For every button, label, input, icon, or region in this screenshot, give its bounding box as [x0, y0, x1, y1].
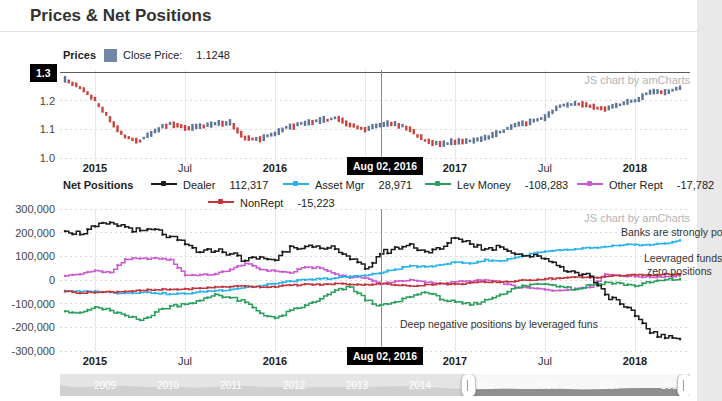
price-y-tick: 1.0: [2, 152, 55, 164]
np-y-tick: 0: [2, 274, 55, 286]
scrollbar[interactable]: 2009201020112012201320142015201620172018: [60, 374, 690, 396]
legend-item-nonrept[interactable]: NonRept-15,223: [208, 197, 335, 209]
price-cursor-value-balloon: 1.3: [30, 64, 57, 82]
legend-marker: [151, 180, 177, 189]
legend-marker: [577, 180, 603, 189]
legend-item-dealer[interactable]: Dealer112,317: [151, 179, 283, 191]
legend-label: Lev Money: [457, 179, 511, 191]
price-x-tick: Jul: [157, 162, 213, 174]
legend-value: 28,971: [379, 179, 413, 191]
amcharts-watermark-np[interactable]: JS chart by amCharts: [584, 212, 690, 224]
np-series-nonrept: [64, 273, 681, 295]
close-price-value: 1.1248: [196, 49, 230, 61]
price-y-tick: 1.1: [2, 123, 55, 135]
np-y-tick: 100,000: [2, 250, 55, 262]
scrollbar-year-label: 2009: [85, 380, 125, 391]
np-x-tick: 2016: [247, 355, 303, 367]
annotation-leveraged-line2: zero positions: [647, 265, 712, 277]
legend-marker: [425, 180, 451, 189]
price-x-tick: 2015: [67, 162, 123, 174]
legend-label: Other Rept: [609, 179, 663, 191]
price-x-tick: Jul: [517, 162, 573, 174]
legend-label: NonRept: [240, 197, 283, 209]
np-panel-label: Net Positions: [63, 179, 151, 191]
legend-value: -15,223: [297, 197, 334, 209]
page: Prices & Net Positions Prices Close Pric…: [0, 0, 722, 401]
scrollbar-right-handle[interactable]: [677, 374, 690, 396]
scrollbar-year-label: 2017: [589, 380, 629, 391]
annotation-deep-negative: Deep negative positions by leveraged fun…: [400, 318, 598, 330]
np-cursor-line: [381, 209, 382, 352]
scrollbar-year-label: 2016: [526, 380, 566, 391]
scrollbar-year-label: 2011: [211, 380, 251, 391]
scrollbar-left-handle[interactable]: [461, 374, 476, 396]
np-x-tick: 2017: [427, 355, 483, 367]
np-plot[interactable]: [60, 209, 690, 352]
divider: [0, 31, 697, 32]
page-title: Prices & Net Positions: [30, 6, 211, 26]
np-y-tick: 200,000: [2, 227, 55, 239]
price-panel-label: Prices: [63, 49, 96, 61]
price-x-tick: 2017: [427, 162, 483, 174]
np-y-tick: -300,000: [2, 345, 55, 357]
scrollbar-year-label: 2013: [337, 380, 377, 391]
scrollbar-year-label: 2010: [148, 380, 188, 391]
legend-value: 112,317: [229, 179, 268, 191]
np-x-tick: 2018: [607, 355, 663, 367]
np-x-tick: Jul: [157, 355, 213, 367]
price-legend: Prices Close Price: 1.1248: [63, 48, 230, 62]
legend-marker: [283, 180, 309, 189]
legend-value: -17,782: [677, 179, 714, 191]
price-y-tick: 1.2: [2, 95, 55, 107]
right-gutter: [697, 0, 722, 401]
price-x-tick: 2016: [247, 162, 303, 174]
legend-item-lev-money[interactable]: Lev Money-108,283: [425, 179, 577, 191]
annotation-leveraged-line1: Leevraged funds show: [644, 252, 722, 264]
np-chart-svg: [60, 209, 690, 352]
price-x-tick: 2018: [607, 162, 663, 174]
scrollbar-year-label: 2012: [274, 380, 314, 391]
legend-marker: [208, 198, 234, 207]
np-x-tick: Jul: [517, 355, 573, 367]
price-cursor-date-balloon: Aug 02, 2016: [347, 157, 423, 175]
legend-label: Dealer: [183, 179, 215, 191]
np-legend-row2: NonRept-15,223: [208, 196, 335, 209]
legend-item-other-rept[interactable]: Other Rept-17,782: [577, 179, 722, 191]
close-price-swatch: [104, 49, 117, 62]
amcharts-watermark-price[interactable]: JS chart by amCharts: [584, 74, 690, 86]
annotation-banks-positive: Banks are strongly positive: [621, 226, 722, 238]
np-y-tick: -200,000: [2, 321, 55, 333]
scrollbar-year-label: 2014: [400, 380, 440, 391]
legend-item-asset-mgr[interactable]: Asset Mgr28,971: [283, 179, 425, 191]
np-x-tick: 2015: [67, 355, 123, 367]
close-price-label[interactable]: Close Price:: [123, 49, 182, 61]
price-cursor-line: [381, 70, 382, 162]
np-legend-row1: Net Positions Dealer112,317Asset Mgr28,9…: [63, 178, 722, 191]
np-cursor-date-balloon: Aug 02, 2016: [347, 347, 423, 365]
legend-value: -108,283: [525, 179, 568, 191]
np-y-tick: -100,000: [2, 298, 55, 310]
legend-label: Asset Mgr: [315, 179, 365, 191]
np-y-tick: 300,000: [2, 203, 55, 215]
